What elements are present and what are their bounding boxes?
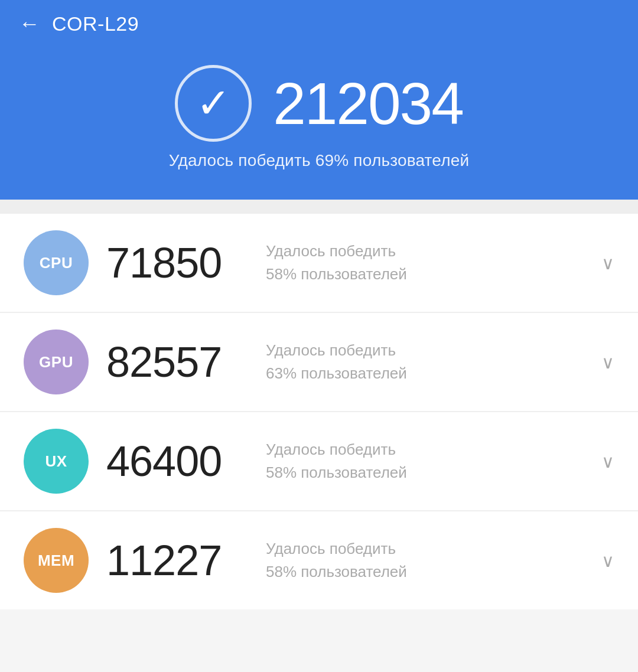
score-gpu: 82557 (106, 338, 248, 386)
desc-gpu: Удалось победить 63% пользователей (266, 339, 584, 385)
badge-label-gpu: GPU (39, 353, 73, 371)
desc-line2-gpu: 63% пользователей (266, 364, 407, 382)
desc-line2-ux: 58% пользователей (266, 464, 407, 481)
top-bar: ← COR-L29 (0, 0, 638, 47)
chevron-gpu[interactable]: ∨ (601, 352, 614, 373)
badge-mem: MEM (24, 528, 89, 593)
desc-cpu: Удалось победить 58% пользователей (266, 240, 584, 286)
desc-line1-cpu: Удалось победить (266, 242, 396, 260)
score-ux: 46400 (106, 437, 248, 485)
desc-line1-mem: Удалось победить (266, 540, 396, 557)
bench-item-mem[interactable]: MEM 11227 Удалось победить 58% пользоват… (0, 511, 638, 609)
desc-line2-mem: 58% пользователей (266, 563, 407, 580)
badge-label-ux: UX (45, 452, 67, 471)
score-subtitle: Удалось победить 69% пользователей (169, 151, 470, 170)
chevron-mem[interactable]: ∨ (601, 550, 614, 571)
bench-item-cpu[interactable]: CPU 71850 Удалось победить 58% пользоват… (0, 214, 638, 313)
bench-list: CPU 71850 Удалось победить 58% пользоват… (0, 214, 638, 609)
badge-cpu: CPU (24, 230, 89, 295)
score-mem: 11227 (106, 536, 248, 585)
chevron-ux[interactable]: ∨ (601, 451, 614, 472)
desc-line2-cpu: 58% пользователей (266, 265, 407, 283)
desc-ux: Удалось победить 58% пользователей (266, 438, 584, 484)
desc-line1-gpu: Удалось победить (266, 341, 396, 359)
badge-ux: UX (24, 429, 89, 494)
score-cpu: 71850 (106, 239, 248, 287)
score-row: ✓ 212034 (175, 65, 463, 142)
score-banner: ✓ 212034 Удалось победить 69% пользовате… (0, 47, 638, 200)
banner-divider (0, 200, 638, 214)
check-circle: ✓ (175, 65, 252, 142)
back-button[interactable]: ← (19, 13, 40, 34)
badge-label-cpu: CPU (40, 254, 73, 272)
chevron-cpu[interactable]: ∨ (601, 253, 614, 273)
badge-gpu: GPU (24, 330, 89, 394)
bench-item-gpu[interactable]: GPU 82557 Удалось победить 63% пользоват… (0, 313, 638, 412)
bench-item-ux[interactable]: UX 46400 Удалось победить 58% пользовате… (0, 412, 638, 511)
check-icon: ✓ (196, 83, 231, 124)
desc-mem: Удалось победить 58% пользователей (266, 537, 584, 583)
desc-line1-ux: Удалось победить (266, 441, 396, 458)
total-score: 212034 (273, 70, 463, 138)
badge-label-mem: MEM (38, 552, 74, 570)
device-name: COR-L29 (52, 12, 139, 35)
